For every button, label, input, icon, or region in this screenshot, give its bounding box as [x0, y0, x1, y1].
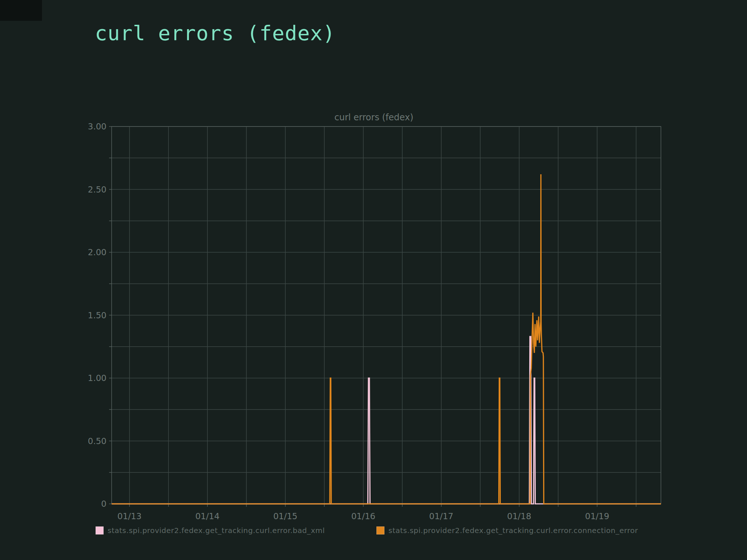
chart-title: curl errors (fedex) [334, 112, 414, 122]
x-tick-label: 01/18 [507, 512, 531, 521]
x-tick-label: 01/17 [429, 512, 453, 521]
series-line-0 [112, 337, 661, 504]
legend-item-bad-xml[interactable]: stats.spi.provider2.fedex.get_tracking.c… [96, 526, 325, 535]
y-tick-label: 0 [101, 499, 107, 509]
x-tick-label: 01/14 [195, 512, 219, 521]
y-tick-label: 1.00 [88, 373, 107, 383]
legend-swatch-connection-error [376, 526, 384, 534]
graph-canvas[interactable]: 00.501.001.502.002.503.0001/1301/1401/15… [88, 109, 667, 547]
series-line-1 [112, 174, 661, 504]
legend-label-bad-xml: stats.spi.provider2.fedex.get_tracking.c… [108, 526, 325, 535]
chart-legend: stats.spi.provider2.fedex.get_tracking.c… [0, 526, 747, 541]
x-tick-label: 01/15 [273, 512, 297, 521]
legend-label-connection-error: stats.spi.provider2.fedex.get_tracking.c… [388, 526, 638, 535]
y-tick-label: 0.50 [88, 436, 107, 446]
y-tick-label: 2.50 [88, 185, 107, 194]
x-tick-label: 01/16 [351, 512, 375, 521]
y-tick-label: 2.00 [88, 248, 107, 257]
screen-corner-shade [0, 0, 42, 21]
page-title: curl errors (fedex) [95, 21, 336, 45]
legend-item-connection-error[interactable]: stats.spi.provider2.fedex.get_tracking.c… [376, 526, 638, 535]
y-tick-label: 3.00 [88, 122, 107, 131]
x-tick-label: 01/19 [585, 512, 609, 521]
x-tick-label: 01/13 [117, 512, 142, 521]
chart-svg: 00.501.001.502.002.503.0001/1301/1401/15… [88, 109, 667, 547]
y-tick-label: 1.50 [88, 311, 107, 320]
legend-swatch-bad-xml [96, 526, 104, 534]
